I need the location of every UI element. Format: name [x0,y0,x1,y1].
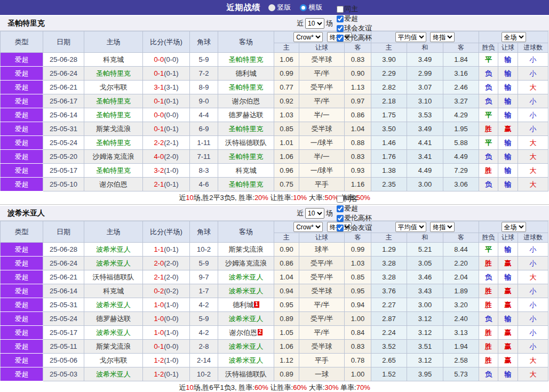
avg-away-odds: 1.94 [443,340,479,354]
filter-checkbox[interactable] [337,25,344,32]
handicap-cell: 半/一 [299,150,345,164]
match-count-select[interactable]: 10 [305,18,324,29]
odds-source-select[interactable]: Crow* [293,32,323,42]
avg-home-odds: 3.28 [371,257,407,270]
avg-away-odds: 3.27 [443,94,479,108]
radio-vertical-layout[interactable]: 竖版 [268,3,291,12]
avg-home-odds: 2.24 [371,326,407,340]
odds-source-select[interactable]: Crow* [293,222,323,232]
away-team-cell: 沃特福德联队 [218,367,274,381]
col-date: 日期 [43,31,84,53]
avg-draw-odds: 3.12 [407,326,443,340]
avg-away-odds: 4.29 [443,108,479,122]
col-avg-away: 客 [443,233,479,243]
league-badge: 爱超 [1,354,43,367]
filter-checkbox[interactable] [337,15,344,22]
result-handicap-cell: 赢 [498,354,518,367]
filter-checkbox-item[interactable]: 同客 [335,194,372,204]
summary-segment: 大率: [307,194,324,202]
result-winloss-cell: 负 [479,94,498,108]
avg-home-odds: 3.50 [371,122,407,136]
home-team-cell: 戈尔韦联 [84,354,143,367]
radio-selected-icon[interactable] [268,4,275,11]
summary-segment: 单率: [338,383,356,391]
handicap-cell: 半/一 [299,108,345,122]
avg-home-odds: 2.87 [371,312,407,326]
filter-checkbox[interactable] [337,215,344,222]
result-handicap-cell: 赢 [498,257,518,270]
filter-checkbox-item[interactable]: 爱伦高杯 [335,33,372,43]
away-team-cell: 波希米亚人 [218,340,274,354]
filter-checkbox-item[interactable]: 同主 [335,4,372,14]
radio-unselected-icon[interactable] [300,4,307,11]
result-winloss-cell: 负 [479,270,498,284]
radio-horizontal-layout[interactable]: 横版 [300,3,323,12]
filter-checkboxes: 同主爱超球会友谊爱伦高杯 [335,4,372,43]
date-cell: 25-06-14 [43,284,84,298]
avg-away-odds: 2.46 [443,81,479,94]
match-row: 爱超25-06-24波希米亚人2-0(2-0)5-9沙姆洛克流浪0.86受平/半… [1,257,548,270]
col-corner: 角球 [190,31,218,53]
filter-checkbox-item[interactable]: 球会友谊 [335,23,372,33]
period-select[interactable]: 全场 [502,32,526,42]
col-date: 日期 [43,221,84,243]
crow-home-odds: 0.85 [274,122,299,136]
crow-away-odds: 0.83 [345,150,371,164]
avg-away-odds: 3.20 [443,298,479,312]
filter-checkbox[interactable] [337,225,344,231]
filter-checkbox-item[interactable]: 爱超 [335,204,372,213]
filter-checkbox-label: 爱伦高杯 [344,213,372,223]
avg-home-odds: 1.46 [371,136,407,150]
result-goals-cell: 小 [518,67,548,81]
result-handicap-cell: 输 [498,243,518,257]
team-name: 波希米亚人 [0,209,45,218]
home-team-cell: 波希米亚人 [84,367,143,381]
filter-checkbox-item[interactable]: 球会友谊 [335,223,372,233]
match-count-select[interactable]: 10 [305,208,324,219]
avg-stage-select[interactable]: 终指 [430,222,455,232]
handicap-cell: 平手 [299,354,345,367]
avg-away-odds: 2.40 [443,312,479,326]
crow-away-odds: 1.16 [345,178,371,191]
filter-checkbox[interactable] [337,35,344,42]
date-cell: 25-06-24 [43,257,84,270]
result-goals-cell: 小 [518,243,548,257]
avg-stage-select[interactable]: 终指 [430,32,455,42]
date-cell: 25-06-28 [43,243,84,257]
match-row: 爱超25-06-28波希米亚人1-1(0-1)10-2斯莱戈流浪0.90球半0.… [1,243,548,257]
period-select[interactable]: 全场 [502,222,526,232]
col-winloss: 胜负 [479,43,498,53]
filter-checkbox-item[interactable]: 爱超 [335,14,372,23]
match-row: 爱超25-05-03波希米亚人1-2(0-1)10-2沃特福德联队0.89一球1… [1,367,548,381]
filter-checkbox[interactable] [337,205,344,212]
corner-cell: 5-9 [190,257,218,270]
crow-away-odds: 0.94 [345,298,371,312]
avg-source-select[interactable]: 平均值 [395,32,426,42]
result-winloss-cell: 胜 [479,257,498,270]
avg-home-odds: 2.65 [371,354,407,367]
away-team-cell: 圣帕特里克 [218,81,274,94]
result-goals-cell: 小 [518,53,548,67]
handicap-cell: 平/半 [299,326,345,340]
home-team-cell: 科克城 [84,53,143,67]
result-handicap-cell: 输 [498,367,518,381]
filter-checkbox[interactable] [337,6,344,13]
score-cell: 2-1(2-0) [143,270,190,284]
corner-cell: 8-9 [190,81,218,94]
layout-radio-group: 竖版 横版 [268,3,323,12]
avg-draw-odds: 3.43 [407,284,443,298]
summary-segment: 70% [356,383,370,391]
result-winloss-cell: 胜 [479,122,498,136]
handicap-cell: 受半球 [299,122,345,136]
filter-checkbox-item[interactable]: 爱伦高杯 [335,213,372,223]
home-team-cell: 谢尔伯恩 [84,178,143,191]
result-handicap-cell: 输 [498,270,518,284]
summary-segment: 30% [324,383,338,391]
avg-source-select[interactable]: 平均值 [395,222,426,232]
avg-away-odds: 3.16 [443,67,479,81]
filter-checkbox[interactable] [337,196,344,203]
summary-segment: 让胜率: [268,194,293,202]
crow-home-odds: 0.99 [274,67,299,81]
result-handicap-cell: 输 [498,94,518,108]
league-badge: 爱超 [1,122,43,136]
